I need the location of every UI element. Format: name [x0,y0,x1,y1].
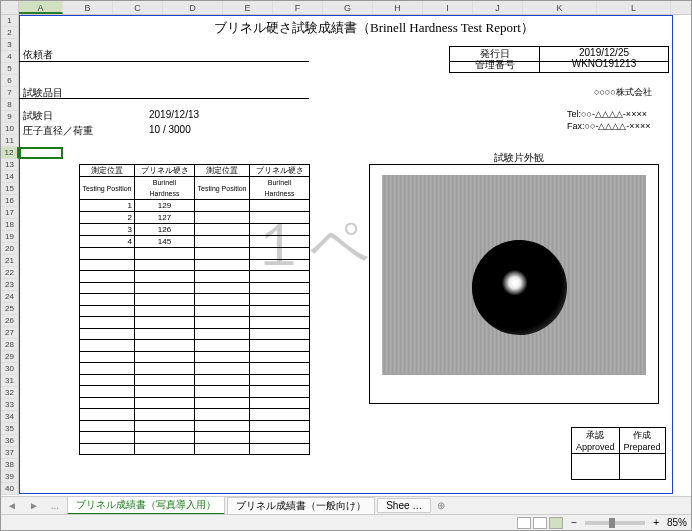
table-cell[interactable] [135,443,195,455]
row-header-25[interactable]: 25 [1,303,19,315]
table-cell[interactable] [195,420,250,432]
tab-nav-next[interactable]: ► [23,500,45,511]
col-header-D[interactable]: D [163,1,223,14]
table-cell[interactable] [250,420,310,432]
table-cell[interactable] [80,397,135,409]
table-cell[interactable] [195,351,250,363]
row-header-39[interactable]: 39 [1,471,19,483]
row-header-33[interactable]: 33 [1,399,19,411]
table-cell[interactable] [250,317,310,329]
table-cell[interactable]: 1 [80,200,135,212]
table-cell[interactable] [80,317,135,329]
row-header-17[interactable]: 17 [1,207,19,219]
table-cell[interactable] [250,271,310,283]
table-cell[interactable] [195,443,250,455]
row-header-36[interactable]: 36 [1,435,19,447]
table-cell[interactable] [195,397,250,409]
table-cell[interactable] [135,386,195,398]
table-cell[interactable] [135,409,195,421]
table-cell[interactable] [250,386,310,398]
row-header-27[interactable]: 27 [1,327,19,339]
table-cell[interactable] [80,282,135,294]
table-cell[interactable] [195,340,250,352]
table-cell[interactable] [80,409,135,421]
row-header-23[interactable]: 23 [1,279,19,291]
row-header-20[interactable]: 20 [1,243,19,255]
table-cell[interactable] [195,432,250,444]
table-cell[interactable] [80,432,135,444]
select-all-corner[interactable] [1,1,19,14]
row-header-2[interactable]: 2 [1,27,19,39]
col-header-C[interactable]: C [113,1,163,14]
row-header-22[interactable]: 22 [1,267,19,279]
table-cell[interactable] [250,200,310,212]
row-header-26[interactable]: 26 [1,315,19,327]
row-header-34[interactable]: 34 [1,411,19,423]
table-cell[interactable] [250,294,310,306]
row-header-21[interactable]: 21 [1,255,19,267]
table-cell[interactable] [195,271,250,283]
table-cell[interactable] [80,259,135,271]
table-cell[interactable] [250,363,310,375]
table-cell[interactable] [195,200,250,212]
tab[interactable]: Shee … [377,498,431,513]
active-cell-cursor[interactable] [19,147,63,159]
cells-area[interactable]: ブリネル硬さ試験成績書（Brinell Hardness Test Report… [19,15,691,495]
row-header-4[interactable]: 4 [1,51,19,63]
tab-nav-prev[interactable]: ◄ [1,500,23,511]
row-header-1[interactable]: 1 [1,15,19,27]
table-cell[interactable] [250,248,310,260]
row-header-24[interactable]: 24 [1,291,19,303]
table-cell[interactable] [195,236,250,248]
table-cell[interactable] [250,259,310,271]
table-cell[interactable] [80,340,135,352]
table-cell[interactable] [195,305,250,317]
table-cell[interactable] [80,305,135,317]
tab-menu-ellipsis[interactable]: ... [45,500,65,511]
table-cell[interactable] [250,224,310,236]
table-cell[interactable]: 126 [135,224,195,236]
col-header-A[interactable]: A [19,1,63,14]
row-header-5[interactable]: 5 [1,63,19,75]
table-cell[interactable] [135,363,195,375]
table-cell[interactable] [80,386,135,398]
row-header-35[interactable]: 35 [1,423,19,435]
row-header-8[interactable]: 8 [1,99,19,111]
row-header-40[interactable]: 40 [1,483,19,495]
table-cell[interactable] [195,363,250,375]
col-header-F[interactable]: F [273,1,323,14]
row-header-38[interactable]: 38 [1,459,19,471]
tab-active[interactable]: ブリネル成績書（写真導入用） [67,496,225,515]
row-header-6[interactable]: 6 [1,75,19,87]
row-header-30[interactable]: 30 [1,363,19,375]
row-header-15[interactable]: 15 [1,183,19,195]
tab-add-button[interactable]: ⊕ [431,500,451,511]
table-cell[interactable] [135,351,195,363]
table-cell[interactable] [195,317,250,329]
row-header-7[interactable]: 7 [1,87,19,99]
row-header-13[interactable]: 13 [1,159,19,171]
table-cell[interactable] [195,328,250,340]
row-header-31[interactable]: 31 [1,375,19,387]
table-cell[interactable] [250,212,310,224]
table-cell[interactable] [80,420,135,432]
row-header-37[interactable]: 37 [1,447,19,459]
table-cell[interactable] [135,282,195,294]
view-normal-icon[interactable] [517,517,531,529]
table-cell[interactable] [250,374,310,386]
view-layout-icon[interactable] [533,517,547,529]
col-header-L[interactable]: L [597,1,671,14]
table-cell[interactable] [135,340,195,352]
table-cell[interactable] [135,420,195,432]
table-cell[interactable] [250,305,310,317]
row-header-12[interactable]: 12 [1,147,19,159]
table-cell[interactable] [135,305,195,317]
zoom-value[interactable]: 85% [667,517,687,528]
table-cell[interactable] [80,271,135,283]
zoom-minus[interactable]: − [571,517,577,528]
row-header-19[interactable]: 19 [1,231,19,243]
row-header-11[interactable]: 11 [1,135,19,147]
table-cell[interactable] [135,328,195,340]
col-header-H[interactable]: H [373,1,423,14]
table-cell[interactable] [135,317,195,329]
